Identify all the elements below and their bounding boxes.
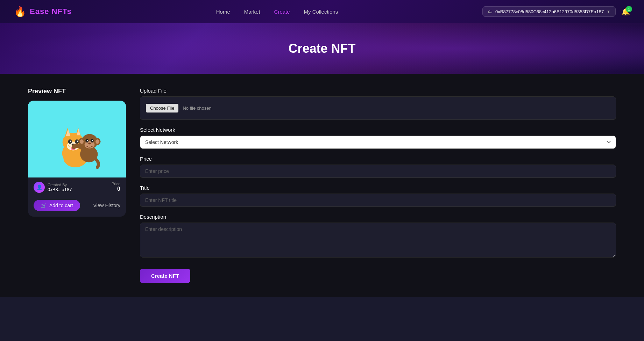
avatar: 👤	[34, 182, 45, 193]
svg-point-8	[68, 139, 72, 144]
svg-point-9	[75, 139, 79, 144]
wallet-chevron-icon: ▼	[607, 9, 610, 14]
upload-box: Choose File No file chosen	[140, 96, 616, 120]
description-section: Description	[140, 214, 616, 259]
upload-label: Upload File	[140, 88, 616, 94]
logo-text: Ease NFTs	[30, 7, 72, 16]
title-section: Title	[140, 185, 616, 207]
network-label: Select Network	[140, 127, 616, 133]
price-section-form: Price	[140, 156, 616, 178]
svg-point-24	[87, 140, 88, 141]
nft-image	[28, 101, 126, 177]
hero-banner: Create NFT	[0, 23, 644, 74]
nft-card-actions: 🛒 Add to cart View History	[28, 196, 126, 211]
price-input[interactable]	[140, 165, 616, 178]
form-panel: Upload File Choose File No file chosen S…	[140, 88, 616, 283]
price-section: Price 0	[112, 182, 120, 192]
view-history-link[interactable]: View History	[93, 203, 120, 208]
nft-card-info: 👤 Created By 0xB8...a187 Price 0	[28, 177, 126, 196]
preview-title: Preview NFT	[28, 88, 126, 95]
svg-point-18	[80, 139, 84, 144]
svg-point-26	[88, 143, 91, 144]
wallet-icon: 🗂	[488, 9, 493, 14]
nav-home[interactable]: Home	[216, 9, 230, 15]
nav-collections[interactable]: My Collections	[304, 9, 338, 15]
main-content: Preview NFT	[0, 74, 644, 297]
network-select[interactable]: Select Network Ethereum Polygon Binance …	[140, 136, 616, 149]
notification-button[interactable]: 🔔 1	[621, 7, 630, 16]
description-textarea[interactable]	[140, 223, 616, 257]
creator-address: 0xB8...a187	[48, 187, 72, 192]
svg-point-11	[77, 141, 78, 142]
title-input[interactable]	[140, 194, 616, 207]
nav-create[interactable]: Create	[274, 9, 290, 15]
logo-icon: 🔥	[14, 6, 26, 17]
price-value: 0	[117, 186, 120, 192]
nav-links: Home Market Create My Collections	[216, 9, 338, 15]
price-form-label: Price	[140, 156, 616, 162]
add-to-cart-label: Add to cart	[49, 203, 73, 208]
svg-point-20	[95, 139, 99, 144]
svg-point-10	[70, 141, 71, 142]
network-section: Select Network Select Network Ethereum P…	[140, 127, 616, 149]
created-by-label: Created By	[48, 183, 72, 187]
navbar: 🔥 Ease NFTs Home Market Create My Collec…	[0, 0, 644, 23]
created-by-section: 👤 Created By 0xB8...a187	[34, 182, 72, 193]
hero-title: Create NFT	[288, 41, 355, 56]
preview-panel: Preview NFT	[28, 88, 126, 283]
upload-section: Upload File Choose File No file chosen	[140, 88, 616, 120]
wallet-button[interactable]: 🗂 0xB87778c08d580C68c412b6B12970d5353D7E…	[482, 6, 616, 17]
description-label: Description	[140, 214, 616, 220]
svg-point-25	[92, 140, 93, 141]
add-to-cart-button[interactable]: 🛒 Add to cart	[34, 200, 80, 211]
title-label: Title	[140, 185, 616, 191]
creator-info: Created By 0xB8...a187	[48, 183, 72, 192]
price-label: Price	[112, 182, 120, 186]
create-nft-button[interactable]: Create NFT	[140, 269, 190, 283]
choose-file-button[interactable]: Choose File	[146, 104, 178, 113]
nft-card: 👤 Created By 0xB8...a187 Price 0 🛒	[28, 101, 126, 217]
nav-market[interactable]: Market	[244, 9, 260, 15]
nft-artwork	[45, 108, 108, 170]
navbar-right: 🗂 0xB87778c08d580C68c412b6B12970d5353D7E…	[482, 6, 630, 17]
notification-badge: 1	[626, 6, 632, 12]
cart-icon: 🛒	[41, 203, 47, 208]
logo[interactable]: 🔥 Ease NFTs	[14, 6, 72, 17]
file-chosen-text: No file chosen	[183, 106, 211, 111]
wallet-address: 0xB87778c08d580C68c412b6B12970d5353D7Ea1…	[495, 9, 604, 14]
